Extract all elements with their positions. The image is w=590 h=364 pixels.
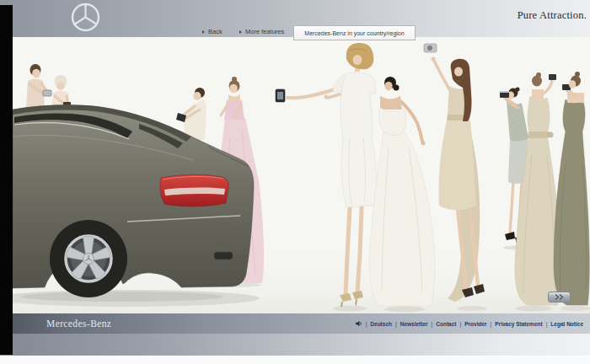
hero-photo: [13, 37, 590, 313]
page-claim: Pure Attraction.: [518, 9, 587, 22]
app-window: Pure Attraction. Back More features Merc…: [0, 0, 590, 364]
footer-link-language[interactable]: Deutsch: [362, 321, 392, 327]
mercedes-star-logo-icon[interactable]: [70, 2, 101, 33]
tab-country-region[interactable]: Mercedes-Benz in your country/region: [293, 25, 416, 40]
footer-link-privacy[interactable]: Privacy Statement: [487, 321, 543, 327]
lower-gradient-bar: [0, 334, 590, 356]
footer-link-contact[interactable]: Contact: [428, 321, 457, 327]
nav-more-features-label: More features: [245, 28, 284, 35]
tab-country-region-label: Mercedes-Benz in your country/region: [304, 30, 404, 36]
car-taillight: [160, 174, 228, 206]
bottom-strip: [0, 356, 590, 364]
car-exhaust: [214, 252, 233, 260]
nav-more-features-link[interactable]: More features: [239, 28, 284, 35]
nav-back-link[interactable]: Back: [202, 28, 223, 35]
arrow-bullet-icon: [202, 30, 205, 34]
brand-bar: Mercedes-Benz Deutsch Newsletter Contact…: [0, 313, 590, 334]
arrow-bullet-icon: [239, 30, 242, 34]
footer-link-newsletter[interactable]: Newsletter: [392, 321, 428, 327]
left-black-strip: [0, 5, 13, 355]
double-chevron-right-icon: [554, 294, 566, 300]
studio-scene: [13, 37, 590, 313]
mercedes-benz-wordmark: Mercedes-Benz: [46, 313, 111, 334]
footer-link-legal[interactable]: Legal Notice: [543, 321, 583, 327]
car-wheel: [50, 220, 127, 297]
footer-links: Deutsch Newsletter Contact Provider Priv…: [355, 313, 583, 334]
speaker-icon[interactable]: [355, 320, 362, 327]
carousel-next-button[interactable]: [548, 292, 571, 302]
nav-back-label: Back: [208, 28, 223, 35]
footer-link-provider[interactable]: Provider: [456, 321, 486, 327]
